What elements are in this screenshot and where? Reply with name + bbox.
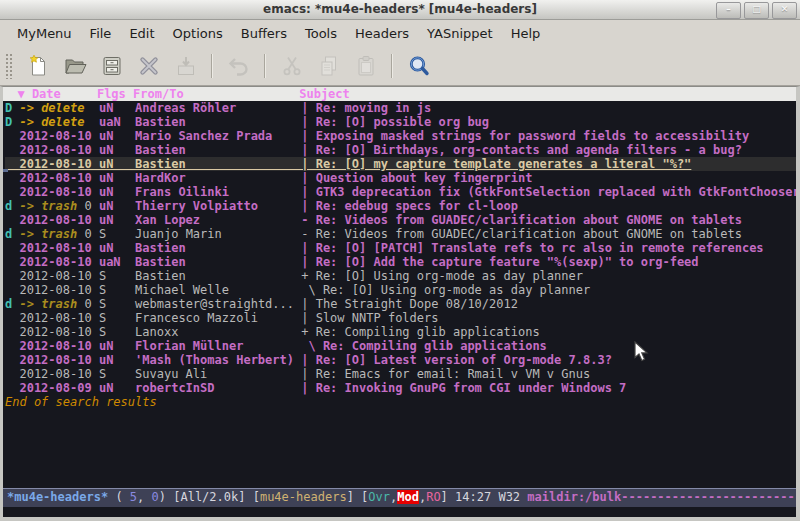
toolbar-separator — [211, 54, 213, 78]
toolbar-separator — [391, 54, 393, 78]
row-segment: 2012-08-10 S Lanoxx + Re: Compiling glib… — [5, 325, 540, 339]
modeline-segment: ( — [108, 490, 130, 504]
row-segment: 2012-08-10 S Suvayu Ali | Re: Emacs for … — [5, 367, 590, 381]
row-segment: 2012-08-10 S Francesco Mazzoli | Slow NN… — [5, 311, 438, 325]
search-button[interactable] — [401, 51, 436, 81]
row-segment: 2012-08-10 S Michael Welle \ Re: [O] Usi… — [5, 283, 590, 297]
message-row[interactable]: 2012-08-10 S Suvayu Ali | Re: Emacs for … — [5, 367, 796, 381]
row-segment: uN Thierry Volpiatto | Re: edebug specs … — [99, 199, 518, 213]
close-button[interactable]: ✕ — [772, 2, 797, 19]
row-segment: 2012-08-10 uaN Bastien | Re: [O] Add the… — [5, 255, 699, 269]
row-segment: D — [5, 115, 19, 129]
minimize-button[interactable]: – — [716, 2, 741, 19]
menu-bar: MyMenuFileEditOptionsBuffersToolsHeaders… — [0, 20, 800, 47]
message-row[interactable]: d -> trash 0 uN Thierry Volpiatto | Re: … — [5, 199, 796, 213]
message-row[interactable]: 2012-08-10 S Lanoxx + Re: Compiling glib… — [5, 325, 796, 339]
modeline-segment: maildir:/bulk — [527, 490, 621, 504]
window-title: emacs: *mu4e-headers* [mu4e-headers] — [0, 0, 800, 19]
row-segment: 2012-08-10 uN 'Mash (Thomas Herbert) | R… — [5, 353, 612, 367]
title-bar: emacs: *mu4e-headers* [mu4e-headers] –□✕ — [0, 0, 800, 20]
message-row[interactable]: d -> trash 0 S webmaster@straightd... | … — [5, 297, 796, 311]
row-segment: S webmaster@straightd... | The Straight … — [99, 297, 518, 311]
emacs-window: emacs: *mu4e-headers* [mu4e-headers] –□✕… — [0, 0, 800, 521]
row-segment: 2012-08-10 uN Bastien | Re: [O] my captu… — [5, 157, 691, 171]
row-segment: 2012-08-10 uN Florian Müllner \ Re: Comp… — [5, 339, 547, 353]
message-row[interactable]: 2012-08-10 uN Bastien | Re: [O] Birthday… — [5, 143, 796, 157]
new-file-icon — [26, 54, 50, 78]
copy-icon — [317, 54, 341, 78]
menu-file[interactable]: File — [81, 22, 121, 45]
message-row[interactable]: 2012-08-10 uN Frans Oilinki | GTK3 depre… — [5, 185, 796, 199]
row-segment: 2012-08-10 uN Bastien | Re: [O] Birthday… — [5, 143, 742, 157]
row-segment: uaN Bastien | Re: [O] possible org bug — [99, 115, 489, 129]
message-row[interactable]: 2012-08-10 uN Xan Lopez - Re: Videos fro… — [5, 213, 796, 227]
message-row[interactable]: 2012-08-10 uaN Bastien | Re: [O] Add the… — [5, 255, 796, 269]
row-segment: -> trash — [19, 199, 77, 213]
message-row[interactable]: 2012-08-10 uN 'Mash (Thomas Herbert) | R… — [5, 353, 796, 367]
row-segment: 2012-08-09 uN robertcInSD | Re: Invoking… — [5, 381, 626, 395]
menu-edit[interactable]: Edit — [120, 22, 163, 45]
row-segment: End of search results — [5, 395, 157, 409]
toolbar-drag-handle[interactable] — [5, 53, 14, 79]
cut-icon — [280, 54, 304, 78]
empty-buffer-space — [3, 409, 796, 488]
mu4e-headers-buffer: ▼ Date Flgs From/To Subject D -> delete … — [0, 86, 800, 517]
message-row[interactable]: 2012-08-10 uN Bastien | Re: [O] [PATCH] … — [5, 241, 796, 255]
toolbar-separator — [264, 54, 266, 78]
message-row[interactable]: D -> delete uN Andreas Röhler | Re: movi… — [5, 101, 796, 115]
save-button[interactable] — [94, 51, 129, 81]
paste-icon — [354, 54, 378, 78]
open-folder-icon — [63, 54, 87, 78]
row-segment: d — [5, 297, 19, 311]
row-segment: 2012-08-10 uN Mario Sanchez Prada | Expo… — [5, 129, 749, 143]
menu-buffers[interactable]: Buffers — [232, 22, 296, 45]
modeline-segment: ] 14:27 W32 — [441, 490, 528, 504]
modeline-segment: 0 — [152, 490, 159, 504]
row-segment: D — [5, 101, 19, 115]
row-segment: d — [5, 199, 19, 213]
echo-area — [3, 507, 796, 517]
row-segment: -> trash — [19, 227, 77, 241]
save-as-button — [168, 51, 203, 81]
modeline-segment: ] [ — [347, 490, 369, 504]
row-segment: 2012-08-10 S Bastien + Re: [O] Using org… — [5, 269, 583, 283]
end-of-search-results: End of search results — [5, 395, 796, 409]
message-row[interactable]: 2012-08-10 S Michael Welle \ Re: [O] Usi… — [5, 283, 796, 297]
modeline-segment: Ovr — [368, 490, 390, 504]
columns-header: ▼ Date Flgs From/To Subject — [3, 87, 796, 101]
row-segment: uN Andreas Röhler | Re: moving in js — [99, 101, 431, 115]
menu-mymenu[interactable]: MyMenu — [8, 22, 81, 45]
menu-yasnippet[interactable]: YASnippet — [418, 22, 502, 45]
row-segment: 0 — [77, 199, 99, 213]
close-buffer-button[interactable] — [131, 51, 166, 81]
modeline-segment: 5 — [130, 490, 137, 504]
message-row[interactable]: 2012-08-09 uN robertcInSD | Re: Invoking… — [5, 381, 796, 395]
undo-icon — [227, 54, 251, 78]
modeline-segment: ) [All/2.0k] [ — [159, 490, 260, 504]
tool-bar — [0, 47, 800, 86]
row-segment: 2012-08-10 uN Frans Oilinki | GTK3 depre… — [5, 185, 796, 199]
message-row[interactable]: 2012-08-10 uN Mario Sanchez Prada | Expo… — [5, 129, 796, 143]
maximize-button[interactable]: □ — [744, 2, 769, 19]
window-controls: –□✕ — [716, 2, 797, 19]
menu-help[interactable]: Help — [502, 22, 550, 45]
search-icon — [407, 54, 431, 78]
cut-button — [274, 51, 309, 81]
modeline-segment: mu4e-headers — [260, 490, 347, 504]
message-row[interactable]: 2012-08-10 uN Florian Müllner \ Re: Comp… — [5, 339, 796, 353]
row-segment: 0 — [77, 297, 99, 311]
menu-headers[interactable]: Headers — [346, 22, 418, 45]
message-row[interactable]: 2012-08-10 uN HardKor | Question about k… — [5, 171, 796, 185]
modeline-segment: ----------------------------------------… — [621, 490, 796, 504]
menu-options[interactable]: Options — [164, 22, 232, 45]
new-file-button[interactable] — [20, 51, 55, 81]
message-row[interactable]: d -> trash 0 S Juanjo Marin - Re: Videos… — [5, 227, 796, 241]
menu-tools[interactable]: Tools — [296, 22, 346, 45]
open-folder-button[interactable] — [57, 51, 92, 81]
message-list: D -> delete uN Andreas Röhler | Re: movi… — [3, 101, 796, 409]
message-row[interactable]: D -> delete uaN Bastien | Re: [O] possib… — [5, 115, 796, 129]
save-icon — [100, 54, 124, 78]
message-row-current[interactable]: 2012-08-10 uN Bastien | Re: [O] my captu… — [5, 157, 796, 171]
message-row[interactable]: 2012-08-10 S Bastien + Re: [O] Using org… — [5, 269, 796, 283]
message-row[interactable]: 2012-08-10 S Francesco Mazzoli | Slow NN… — [5, 311, 796, 325]
